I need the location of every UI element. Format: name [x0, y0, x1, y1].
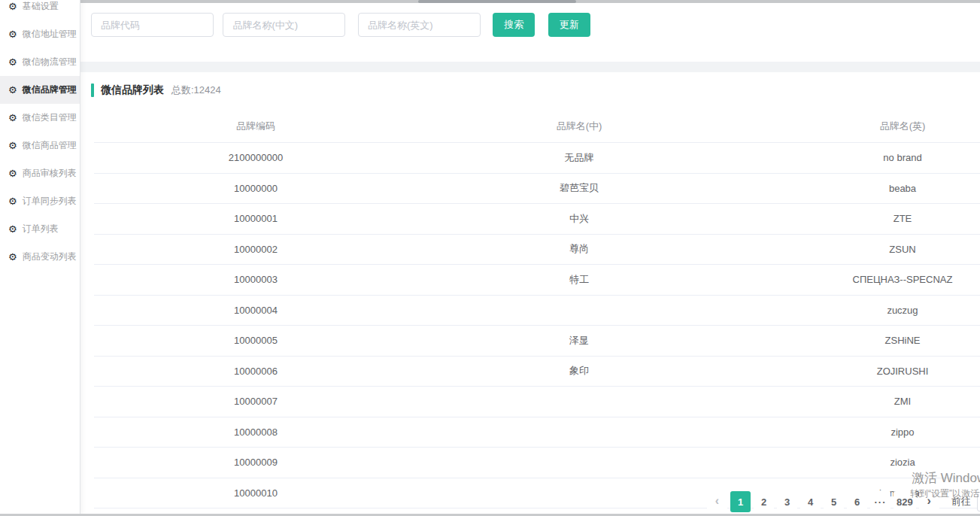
- brand-list-panel: 微信品牌列表 总数:12424 品牌编码品牌名(中)品牌名(英) 2100000…: [80, 72, 980, 514]
- table-cell: 象印: [417, 356, 741, 387]
- gear-icon: ⚙︎: [8, 85, 17, 95]
- table-cell: ZOJIRUSHI: [741, 356, 980, 387]
- total-count: 总数:12424: [171, 83, 221, 97]
- pagination-page-6[interactable]: 6: [847, 491, 867, 512]
- column-header: 品牌名(中): [417, 110, 741, 143]
- brand-name-en-input[interactable]: [358, 13, 481, 37]
- pagination-page-829[interactable]: 829: [894, 491, 916, 512]
- table-cell: no brand: [741, 143, 980, 174]
- brand-name-cn-input[interactable]: [223, 13, 345, 37]
- main-content: 搜索 更新 微信品牌列表 总数:12424 品牌编码品牌名(中)品牌名(英) 2…: [80, 0, 980, 516]
- table-cell: 碧芭宝贝: [417, 173, 741, 204]
- table-row: 10000001中兴ZTE: [94, 204, 980, 235]
- next-page-icon[interactable]: ›: [919, 491, 939, 512]
- gear-icon: ⚙︎: [8, 141, 17, 150]
- table-cell: СПЕЦНАЗ--SPECNAZ: [741, 265, 980, 296]
- sidebar-item-9[interactable]: ⚙︎商品变动列表: [0, 243, 80, 271]
- clipped-header-text: [418, 0, 576, 3]
- sidebar-item-label: 订单同步列表: [23, 195, 77, 208]
- table-cell: zippo: [741, 417, 980, 448]
- table-cell: ZSUN: [741, 234, 980, 265]
- table-cell: 10000000: [94, 173, 417, 204]
- table-cell: [417, 448, 741, 478]
- panel-title: 微信品牌列表: [101, 83, 164, 97]
- table-cell: 中兴: [417, 204, 741, 235]
- table-cell: 尊尚: [417, 234, 741, 265]
- table-cell: 10000010: [94, 478, 417, 508]
- table-cell: ZMI: [741, 387, 980, 417]
- column-header: 品牌编码: [94, 110, 417, 143]
- gear-icon: ⚙︎: [8, 2, 17, 11]
- table-row: 10000002尊尚ZSUN: [94, 234, 980, 265]
- sidebar-item-4[interactable]: ⚙︎微信类目管理: [0, 104, 80, 132]
- table-cell: ZTE: [741, 204, 980, 235]
- table-cell: [417, 478, 741, 508]
- sidebar-item-8[interactable]: ⚙︎订单列表: [0, 215, 80, 243]
- table-cell: 10000007: [94, 387, 417, 417]
- table-cell: 特工: [417, 265, 741, 296]
- gear-icon: ⚙︎: [8, 168, 17, 178]
- sidebar-item-label: 基础设置: [23, 0, 59, 13]
- brand-code-input[interactable]: [91, 13, 214, 37]
- pagination-ellipsis[interactable]: ···: [870, 491, 890, 512]
- search-button[interactable]: 搜索: [493, 13, 535, 37]
- table-row: 10000004zuczug: [94, 295, 980, 326]
- table-cell: 10000003: [94, 265, 417, 296]
- prev-page-icon[interactable]: ‹: [707, 491, 727, 512]
- table-cell: 无品牌: [417, 143, 741, 174]
- sidebar-menu: ⚙︎基础设置⚙︎微信地址管理⚙︎微信物流管理⚙︎微信品牌管理⚙︎微信类目管理⚙︎…: [0, 0, 80, 271]
- sidebar-item-label: 微信商品管理: [23, 139, 77, 152]
- pagination-page-3[interactable]: 3: [777, 491, 797, 512]
- panel-title-row: 微信品牌列表 总数:12424: [91, 83, 221, 97]
- table-cell: ziozia: [741, 448, 980, 478]
- table-cell: 10000006: [94, 356, 417, 387]
- pagination-pages: 123456···829: [729, 491, 918, 512]
- pagination-page-1[interactable]: 1: [730, 491, 751, 512]
- table-cell: zuczug: [741, 295, 980, 326]
- sidebar-item-7[interactable]: ⚙︎订单同步列表: [0, 187, 80, 215]
- table-row: 2100000000无品牌no brand: [94, 143, 980, 174]
- sidebar-item-label: 微信类目管理: [23, 111, 77, 124]
- table-cell: 10000005: [94, 326, 417, 357]
- title-accent-bar: [91, 83, 94, 97]
- sidebar-item-3[interactable]: ⚙︎微信品牌管理: [0, 76, 80, 104]
- goto-page-input[interactable]: [977, 492, 980, 511]
- pagination-page-4[interactable]: 4: [800, 491, 821, 512]
- table-cell: 2100000000: [94, 143, 417, 174]
- sidebar-item-1[interactable]: ⚙︎微信地址管理: [0, 20, 80, 48]
- gear-icon: ⚙︎: [8, 252, 17, 262]
- table-row: 10000008zippo: [94, 417, 980, 448]
- gear-icon: ⚙︎: [8, 113, 17, 123]
- table-row: 10000000碧芭宝贝beaba: [94, 173, 980, 204]
- gear-icon: ⚙︎: [8, 224, 17, 234]
- brand-table: 品牌编码品牌名(中)品牌名(英) 2100000000无品牌no brand10…: [94, 110, 980, 508]
- table-row: 10000003特工СПЕЦНАЗ--SPECNAZ: [94, 265, 980, 296]
- column-header: 品牌名(英): [741, 110, 980, 143]
- sidebar-item-label: 微信物流管理: [23, 56, 77, 68]
- gear-icon: ⚙︎: [8, 57, 17, 67]
- sidebar-item-2[interactable]: ⚙︎微信物流管理: [0, 48, 80, 76]
- table-header-row: 品牌编码品牌名(中)品牌名(英): [94, 110, 980, 143]
- table-row: 10000005泽显ZSHiNE: [94, 326, 980, 357]
- sidebar-item-label: 商品变动列表: [23, 250, 77, 263]
- table-cell: 10000009: [94, 448, 417, 478]
- table-cell: 10000001: [94, 204, 417, 235]
- table-cell: 10000002: [94, 234, 417, 265]
- sidebar-item-label: 微信品牌管理: [23, 83, 77, 96]
- gear-icon: ⚙︎: [8, 196, 17, 206]
- sidebar-item-6[interactable]: ⚙︎商品审核列表: [0, 159, 80, 187]
- table-cell: 10000008: [94, 417, 417, 448]
- sidebar-item-label: 商品审核列表: [23, 167, 77, 180]
- pagination-page-2[interactable]: 2: [754, 491, 774, 512]
- sidebar-item-label: 订单列表: [23, 223, 59, 235]
- clipped-top-header: [80, 0, 980, 3]
- table-cell: [417, 417, 741, 448]
- sidebar-item-0[interactable]: ⚙︎基础设置: [0, 0, 80, 20]
- table-cell: [417, 295, 741, 326]
- table-row: 10000006象印ZOJIRUSHI: [94, 356, 980, 387]
- update-button[interactable]: 更新: [548, 13, 590, 37]
- table-row: 10000009ziozia: [94, 448, 980, 478]
- sidebar-item-5[interactable]: ⚙︎微信商品管理: [0, 132, 80, 159]
- pagination-page-5[interactable]: 5: [824, 491, 844, 512]
- table-cell: 10000004: [94, 295, 417, 326]
